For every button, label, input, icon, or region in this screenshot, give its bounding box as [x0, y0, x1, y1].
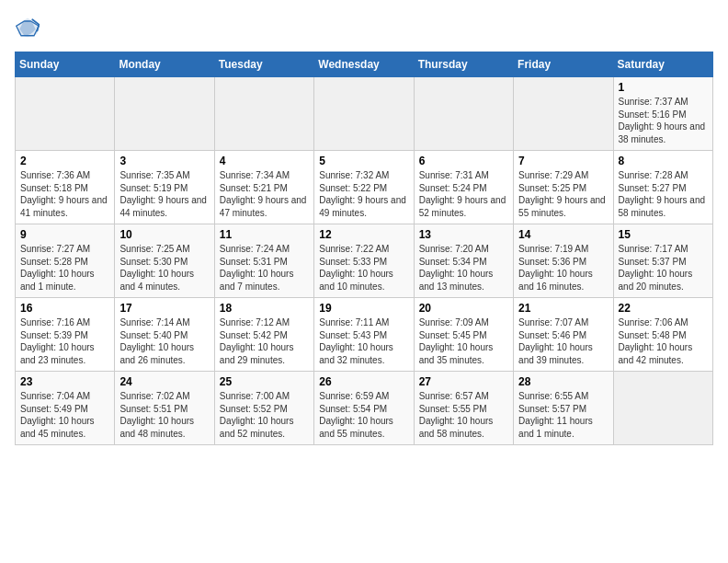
calendar-cell: 25Sunrise: 7:00 AM Sunset: 5:52 PM Dayli…	[214, 372, 313, 445]
page-header	[15, 15, 713, 40]
calendar-cell: 5Sunrise: 7:32 AM Sunset: 5:22 PM Daylig…	[314, 151, 414, 224]
day-number: 21	[518, 302, 608, 315]
calendar-week-row: 16Sunrise: 7:16 AM Sunset: 5:39 PM Dayli…	[16, 298, 713, 372]
calendar-cell: 10Sunrise: 7:25 AM Sunset: 5:30 PM Dayli…	[115, 224, 214, 298]
day-info: Sunrise: 7:02 AM Sunset: 5:51 PM Dayligh…	[119, 390, 209, 440]
weekday-header-row: SundayMondayTuesdayWednesdayThursdayFrid…	[16, 52, 713, 77]
weekday-header-sunday: Sunday	[16, 52, 115, 77]
day-info: Sunrise: 7:25 AM Sunset: 5:30 PM Dayligh…	[119, 243, 209, 293]
calendar-body: 1Sunrise: 7:37 AM Sunset: 5:16 PM Daylig…	[16, 77, 713, 445]
weekday-header-saturday: Saturday	[613, 52, 712, 77]
calendar-cell: 21Sunrise: 7:07 AM Sunset: 5:46 PM Dayli…	[514, 298, 613, 372]
day-number: 16	[20, 302, 109, 315]
calendar-cell	[16, 77, 115, 151]
day-info: Sunrise: 7:35 AM Sunset: 5:19 PM Dayligh…	[119, 169, 209, 219]
day-number: 7	[518, 155, 608, 167]
weekday-header-wednesday: Wednesday	[314, 52, 414, 77]
day-info: Sunrise: 7:37 AM Sunset: 5:16 PM Dayligh…	[619, 96, 708, 145]
day-number: 28	[518, 375, 608, 388]
calendar-cell: 7Sunrise: 7:29 AM Sunset: 5:25 PM Daylig…	[514, 151, 613, 224]
day-number: 9	[20, 228, 109, 241]
calendar-cell: 27Sunrise: 6:57 AM Sunset: 5:55 PM Dayli…	[414, 372, 513, 445]
calendar-cell	[214, 77, 313, 151]
day-info: Sunrise: 7:12 AM Sunset: 5:42 PM Dayligh…	[220, 316, 309, 366]
calendar-week-row: 1Sunrise: 7:37 AM Sunset: 5:16 PM Daylig…	[16, 77, 713, 151]
day-number: 20	[419, 302, 508, 315]
calendar-week-row: 9Sunrise: 7:27 AM Sunset: 5:28 PM Daylig…	[16, 224, 713, 298]
calendar-cell	[514, 77, 613, 151]
day-number: 19	[319, 302, 408, 315]
calendar-cell	[314, 77, 414, 151]
day-number: 4	[220, 155, 309, 167]
day-number: 6	[419, 155, 508, 167]
day-number: 27	[419, 375, 508, 388]
day-info: Sunrise: 7:28 AM Sunset: 5:27 PM Dayligh…	[619, 169, 708, 219]
day-info: Sunrise: 7:16 AM Sunset: 5:39 PM Dayligh…	[20, 316, 109, 366]
calendar-cell: 24Sunrise: 7:02 AM Sunset: 5:51 PM Dayli…	[115, 372, 214, 445]
day-info: Sunrise: 6:55 AM Sunset: 5:57 PM Dayligh…	[518, 390, 608, 440]
day-number: 3	[119, 155, 209, 167]
calendar-cell	[613, 372, 712, 445]
calendar-cell: 4Sunrise: 7:34 AM Sunset: 5:21 PM Daylig…	[214, 151, 313, 224]
calendar-cell: 14Sunrise: 7:19 AM Sunset: 5:36 PM Dayli…	[514, 224, 613, 298]
day-info: Sunrise: 7:11 AM Sunset: 5:43 PM Dayligh…	[319, 316, 408, 366]
calendar-cell: 6Sunrise: 7:31 AM Sunset: 5:24 PM Daylig…	[414, 151, 513, 224]
day-number: 14	[518, 228, 608, 241]
calendar-cell: 12Sunrise: 7:22 AM Sunset: 5:33 PM Dayli…	[314, 224, 414, 298]
day-info: Sunrise: 6:59 AM Sunset: 5:54 PM Dayligh…	[319, 390, 408, 440]
calendar-cell: 17Sunrise: 7:14 AM Sunset: 5:40 PM Dayli…	[115, 298, 214, 372]
day-info: Sunrise: 7:20 AM Sunset: 5:34 PM Dayligh…	[419, 243, 508, 293]
day-info: Sunrise: 7:29 AM Sunset: 5:25 PM Dayligh…	[518, 169, 608, 219]
weekday-header-monday: Monday	[115, 52, 214, 77]
day-info: Sunrise: 7:19 AM Sunset: 5:36 PM Dayligh…	[518, 243, 608, 293]
calendar-cell: 9Sunrise: 7:27 AM Sunset: 5:28 PM Daylig…	[16, 224, 115, 298]
day-info: Sunrise: 7:09 AM Sunset: 5:45 PM Dayligh…	[419, 316, 508, 366]
calendar-cell: 2Sunrise: 7:36 AM Sunset: 5:18 PM Daylig…	[16, 151, 115, 224]
day-number: 13	[419, 228, 508, 241]
calendar-cell: 3Sunrise: 7:35 AM Sunset: 5:19 PM Daylig…	[115, 151, 214, 224]
calendar-cell: 16Sunrise: 7:16 AM Sunset: 5:39 PM Dayli…	[16, 298, 115, 372]
day-info: Sunrise: 7:32 AM Sunset: 5:22 PM Dayligh…	[319, 169, 408, 219]
calendar-cell: 13Sunrise: 7:20 AM Sunset: 5:34 PM Dayli…	[414, 224, 513, 298]
weekday-header-friday: Friday	[514, 52, 613, 77]
day-info: Sunrise: 6:57 AM Sunset: 5:55 PM Dayligh…	[419, 390, 508, 440]
day-info: Sunrise: 7:00 AM Sunset: 5:52 PM Dayligh…	[220, 390, 309, 440]
calendar-header: SundayMondayTuesdayWednesdayThursdayFrid…	[16, 52, 713, 77]
calendar-cell: 1Sunrise: 7:37 AM Sunset: 5:16 PM Daylig…	[613, 77, 712, 151]
day-info: Sunrise: 7:14 AM Sunset: 5:40 PM Dayligh…	[119, 316, 209, 366]
calendar-cell: 23Sunrise: 7:04 AM Sunset: 5:49 PM Dayli…	[16, 372, 115, 445]
calendar-cell: 22Sunrise: 7:06 AM Sunset: 5:48 PM Dayli…	[613, 298, 712, 372]
calendar-cell: 19Sunrise: 7:11 AM Sunset: 5:43 PM Dayli…	[314, 298, 414, 372]
calendar-week-row: 2Sunrise: 7:36 AM Sunset: 5:18 PM Daylig…	[16, 151, 713, 224]
calendar-cell	[115, 77, 214, 151]
day-info: Sunrise: 7:22 AM Sunset: 5:33 PM Dayligh…	[319, 243, 408, 293]
logo	[15, 15, 44, 40]
day-info: Sunrise: 7:04 AM Sunset: 5:49 PM Dayligh…	[20, 390, 109, 440]
day-number: 5	[319, 155, 408, 167]
calendar-cell: 8Sunrise: 7:28 AM Sunset: 5:27 PM Daylig…	[613, 151, 712, 224]
day-number: 18	[220, 302, 309, 315]
day-number: 12	[319, 228, 408, 241]
day-info: Sunrise: 7:36 AM Sunset: 5:18 PM Dayligh…	[20, 169, 109, 219]
calendar-cell: 15Sunrise: 7:17 AM Sunset: 5:37 PM Dayli…	[613, 224, 712, 298]
day-number: 24	[119, 375, 209, 388]
calendar-table: SundayMondayTuesdayWednesdayThursdayFrid…	[15, 52, 713, 445]
day-info: Sunrise: 7:06 AM Sunset: 5:48 PM Dayligh…	[619, 316, 708, 366]
calendar-cell: 18Sunrise: 7:12 AM Sunset: 5:42 PM Dayli…	[214, 298, 313, 372]
calendar-cell: 20Sunrise: 7:09 AM Sunset: 5:45 PM Dayli…	[414, 298, 513, 372]
calendar-week-row: 23Sunrise: 7:04 AM Sunset: 5:49 PM Dayli…	[16, 372, 713, 445]
day-info: Sunrise: 7:07 AM Sunset: 5:46 PM Dayligh…	[518, 316, 608, 366]
day-number: 17	[119, 302, 209, 315]
day-number: 22	[619, 302, 708, 315]
weekday-header-thursday: Thursday	[414, 52, 513, 77]
calendar-cell: 26Sunrise: 6:59 AM Sunset: 5:54 PM Dayli…	[314, 372, 414, 445]
day-number: 15	[619, 228, 708, 241]
day-info: Sunrise: 7:34 AM Sunset: 5:21 PM Dayligh…	[220, 169, 309, 219]
calendar-cell: 11Sunrise: 7:24 AM Sunset: 5:31 PM Dayli…	[214, 224, 313, 298]
day-number: 25	[220, 375, 309, 388]
day-number: 23	[20, 375, 109, 388]
weekday-header-tuesday: Tuesday	[214, 52, 313, 77]
day-info: Sunrise: 7:27 AM Sunset: 5:28 PM Dayligh…	[20, 243, 109, 293]
logo-icon	[15, 15, 40, 40]
day-number: 1	[619, 81, 708, 94]
